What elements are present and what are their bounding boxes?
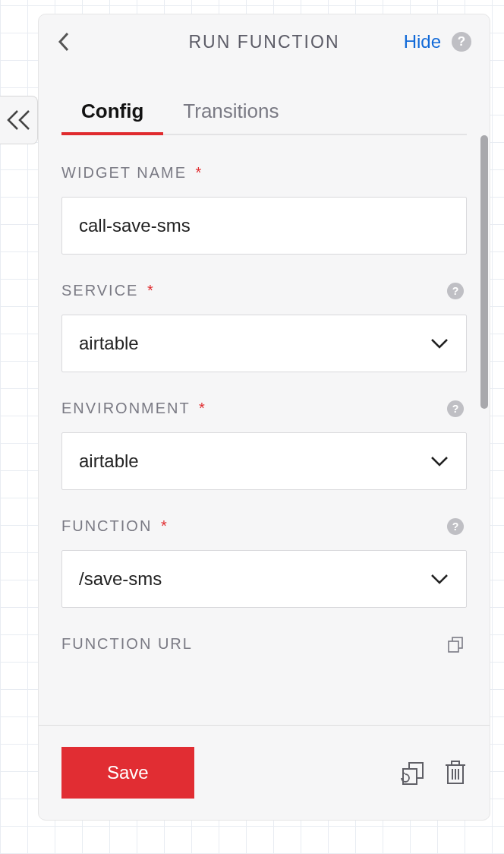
required-asterisk: * <box>147 282 155 299</box>
chevron-down-icon <box>430 455 449 467</box>
field-function-url: FUNCTION URL <box>61 635 467 680</box>
function-select[interactable]: /save-sms <box>61 550 467 608</box>
required-asterisk: * <box>196 164 203 181</box>
environment-label: ENVIRONMENT * <box>61 400 206 417</box>
environment-help-icon[interactable]: ? <box>447 400 464 417</box>
tab-config[interactable]: Config <box>61 92 163 135</box>
required-asterisk: * <box>199 400 206 416</box>
required-asterisk: * <box>161 517 169 534</box>
hide-link[interactable]: Hide <box>404 31 441 52</box>
chevron-left-icon <box>57 31 71 52</box>
panel-footer: Save <box>39 725 490 820</box>
environment-value: airtable <box>79 451 139 472</box>
collapse-panel-button[interactable] <box>0 96 38 144</box>
help-icon[interactable]: ? <box>452 32 471 52</box>
scrollbar-thumb[interactable] <box>480 135 488 409</box>
chevron-down-icon <box>430 573 449 585</box>
field-environment: ENVIRONMENT * ? airtable <box>61 400 467 490</box>
duplicate-icon[interactable] <box>400 760 426 786</box>
service-select[interactable]: airtable <box>61 315 467 372</box>
function-url-input-cutoff[interactable] <box>61 668 467 680</box>
svg-rect-1 <box>449 641 458 652</box>
tab-transitions[interactable]: Transitions <box>163 92 298 135</box>
trash-icon[interactable] <box>444 759 467 786</box>
environment-select[interactable]: airtable <box>61 432 467 490</box>
widget-name-label: WIDGET NAME * <box>61 164 203 182</box>
panel-title: RUN FUNCTION <box>188 32 339 52</box>
function-url-label: FUNCTION URL <box>61 635 193 653</box>
function-help-icon[interactable]: ? <box>447 518 464 535</box>
widget-name-input[interactable]: call-save-sms <box>61 197 467 255</box>
field-function: FUNCTION * ? /save-sms <box>61 517 467 608</box>
service-value: airtable <box>79 333 139 354</box>
field-service: SERVICE * ? airtable <box>61 282 467 372</box>
footer-actions <box>400 759 467 786</box>
svg-rect-6 <box>452 761 459 765</box>
tab-bar: Config Transitions <box>61 92 467 135</box>
function-label: FUNCTION * <box>61 517 169 535</box>
copy-icon[interactable] <box>447 636 464 653</box>
panel-header: RUN FUNCTION Hide ? <box>39 14 490 69</box>
chevron-down-icon <box>430 337 449 350</box>
widget-config-panel: RUN FUNCTION Hide ? Config Transitions W… <box>38 14 490 821</box>
widget-name-value: call-save-sms <box>79 215 191 236</box>
back-button[interactable] <box>57 31 71 52</box>
double-chevron-left-icon <box>6 109 32 131</box>
service-label: SERVICE * <box>61 282 155 299</box>
function-value: /save-sms <box>79 568 162 590</box>
config-scroll-area: WIDGET NAME * call-save-sms SERVICE * ? … <box>39 135 490 725</box>
field-widget-name: WIDGET NAME * call-save-sms <box>61 164 467 255</box>
service-help-icon[interactable]: ? <box>447 283 464 299</box>
save-button[interactable]: Save <box>61 747 194 799</box>
